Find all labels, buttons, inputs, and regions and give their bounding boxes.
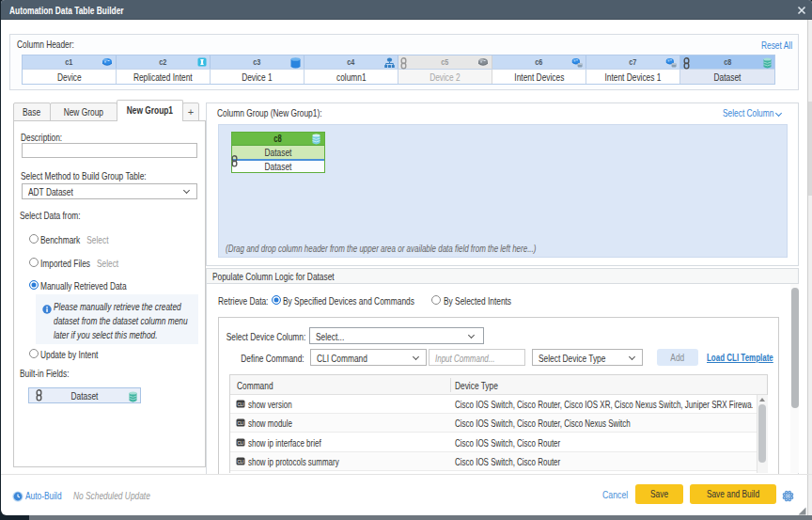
svg-text:CLI: CLI [237,421,243,426]
svg-text:CLI: CLI [237,402,243,407]
svg-text:CLI: CLI [237,460,243,465]
svg-text:CLI: CLI [237,441,243,446]
